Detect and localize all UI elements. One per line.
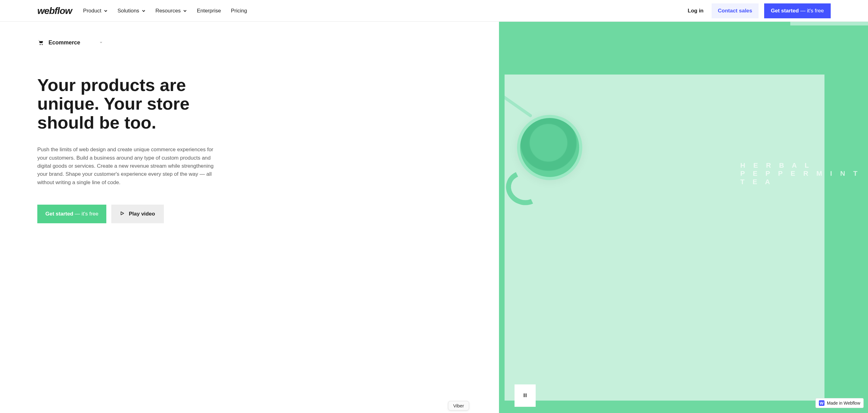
spoon-graphic [504, 90, 532, 118]
get-started-nav-button[interactable]: Get started — it's free [764, 3, 831, 18]
made-in-label: Made in Webflow [827, 401, 860, 406]
logo[interactable]: webflow [37, 6, 72, 16]
hero-accent-band [790, 22, 868, 26]
hero-art-line: H E R B A L [740, 162, 812, 169]
svg-rect-2 [524, 393, 525, 397]
chevron-down-icon [142, 9, 146, 13]
hero-headline: Your products are unique. Your store sho… [37, 76, 211, 132]
play-video-label: Play video [129, 211, 155, 217]
svg-point-0 [40, 44, 41, 45]
top-nav: webflow Product Solutions Resources [0, 0, 868, 22]
nav-item-label: Solutions [118, 8, 139, 14]
nav-item-product[interactable]: Product [83, 8, 107, 14]
hero-art-text: H E R B A L P E P P E R M I N T T E A [740, 162, 861, 186]
pause-button[interactable] [515, 384, 536, 407]
chevron-down-icon [104, 9, 107, 13]
login-link[interactable]: Log in [685, 5, 706, 17]
get-started-label: Get started [771, 8, 799, 14]
get-started-hero-button[interactable]: Get started — it's free [37, 205, 106, 223]
pause-icon [523, 392, 527, 399]
cta-row: Get started — it's free Play video [37, 205, 480, 223]
nav-item-pricing[interactable]: Pricing [231, 8, 247, 14]
play-icon [120, 211, 124, 217]
hero-subhead: Push the limits of web design and create… [37, 146, 218, 186]
contact-sales-button[interactable]: Contact sales [712, 3, 758, 18]
hero-art-line: T E A [740, 178, 773, 186]
hero-card [504, 74, 825, 401]
chevron-down-icon [183, 9, 187, 13]
nav-item-resources[interactable]: Resources [155, 8, 187, 14]
main: Ecommerce Your products are unique. Your… [0, 22, 868, 413]
hero-art-line: P E P P E R M I N T [740, 170, 861, 177]
viber-tooltip: Viber [448, 401, 469, 411]
nav-item-solutions[interactable]: Solutions [118, 8, 146, 14]
nav-item-label: Pricing [231, 8, 247, 14]
cup-graphic [517, 115, 582, 180]
hero-art: H E R B A L P E P P E R M I N T T E A [499, 22, 868, 413]
cart-icon [37, 39, 44, 46]
play-video-button[interactable]: Play video [111, 205, 163, 223]
category-selector[interactable]: Ecommerce [37, 37, 102, 48]
nav-item-label: Resources [155, 8, 181, 14]
caret-down-icon [99, 41, 102, 44]
svg-rect-3 [526, 393, 527, 397]
cta-suffix: — it's free [73, 211, 98, 217]
webflow-badge-icon: W [819, 400, 825, 406]
get-started-suffix: — it's free [799, 8, 824, 14]
svg-point-1 [42, 44, 42, 45]
left-column: Ecommerce Your products are unique. Your… [0, 22, 499, 413]
made-in-webflow-badge[interactable]: W Made in Webflow [815, 398, 864, 408]
category-label: Ecommerce [49, 39, 95, 46]
nav-left: webflow Product Solutions Resources [37, 6, 247, 16]
nav-item-label: Enterprise [197, 8, 221, 14]
nav-links: Product Solutions Resources [83, 8, 247, 14]
nav-item-enterprise[interactable]: Enterprise [197, 8, 221, 14]
nav-right: Log in Contact sales Get started — it's … [685, 3, 831, 18]
cta-label: Get started [45, 211, 73, 217]
nav-item-label: Product [83, 8, 101, 14]
